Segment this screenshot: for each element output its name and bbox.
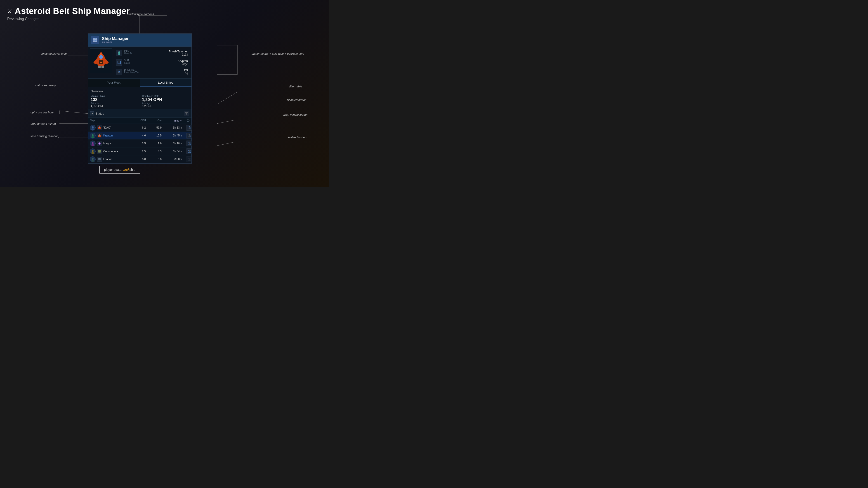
drill-values: D5 P4 (184, 69, 188, 75)
panel-title: Ship Manager (102, 36, 129, 41)
panel-id: FR-M07Z (102, 41, 129, 44)
ship-icon-dao (97, 125, 102, 130)
ship-name-loader: Loader (103, 158, 112, 161)
tab-your-fleet[interactable]: Your Fleet (88, 78, 140, 87)
status-table: Ship OPH Ore Time ▼ (88, 118, 191, 163)
col-header-time[interactable]: Time ▼ (163, 118, 184, 124)
callout-and: and (123, 168, 129, 171)
ship-icon-commodore (97, 149, 102, 154)
ore-loader: 0.0 (148, 157, 163, 162)
ledger-button-dao[interactable] (186, 125, 192, 131)
callout-text-before: player avatar (104, 168, 123, 171)
ship-name-magus: Magus (103, 142, 112, 145)
ship-image-area (90, 48, 112, 73)
avatar-commodore (90, 149, 96, 154)
callout-box: player avatar and ship (99, 166, 140, 173)
table-header: Ship OPH Ore Time ▼ (88, 118, 191, 124)
status-title: Status (96, 112, 182, 115)
class-label: Class: (124, 62, 176, 64)
tab-local-ships[interactable]: Local Ships (140, 78, 191, 87)
panel-header-icon (91, 36, 99, 44)
svg-rect-45 (92, 127, 94, 128)
oph-commodore: 2.5 (132, 149, 148, 154)
stat-mining-ships: Mining Ships 138 Extracted: 4,555 ORE (91, 95, 137, 108)
annotation-disabled-btn-2: disabled button (287, 135, 307, 139)
svg-point-31 (118, 53, 120, 55)
extracted-value: 4,555 ORE (91, 105, 137, 108)
bottom-callout: player avatar and ship (99, 166, 140, 173)
overview-stats: Mining Ships 138 Extracted: 4,555 ORE Co… (91, 95, 189, 108)
page-title: Asteroid Belt Ship Manager (15, 6, 130, 16)
ledger-button-magus[interactable] (186, 140, 192, 147)
drill-content: Drill Tier Propulsion Tier: (124, 69, 182, 74)
drill-tier-row: Drill Tier Propulsion Tier: D5 P4 (114, 67, 190, 76)
pilot-value: PhyzixTeacher (168, 50, 188, 53)
stat-combined-rate: Combined Rate 1,204 OPH Average: 3.2 OPH (142, 95, 189, 108)
combined-rate-label: Combined Rate (142, 95, 189, 97)
svg-point-44 (91, 128, 94, 130)
average-label: Average: (142, 102, 189, 105)
class-value: Barge (178, 63, 188, 66)
avatar-dao (90, 125, 96, 131)
ship-name-krypton: Krypton (103, 134, 113, 137)
time-commodore: 1h 54m (163, 149, 184, 154)
panel-header: Ship Manager FR-M07Z (88, 34, 191, 46)
ledger-button-loader (186, 156, 192, 162)
svg-point-58 (92, 142, 94, 144)
svg-point-59 (91, 144, 94, 146)
svg-rect-19 (95, 40, 97, 42)
ship-name-commodore: Commodore (103, 150, 118, 153)
propulsion-label: Propulsion Tier: (124, 71, 182, 74)
oph-loader: 0.0 (132, 157, 148, 162)
col-header-ship: Ship (88, 118, 132, 124)
filter-button[interactable] (184, 111, 189, 116)
table-row: Krypton 4.6 15.5 2h 45m (88, 132, 191, 140)
drill-icon (116, 69, 122, 75)
ledger-button-krypton[interactable] (186, 133, 192, 138)
svg-point-71 (91, 160, 94, 162)
page-subtitle: Reviewing Changes (7, 17, 130, 21)
ship-info-section: Pilot User ID: PhyzixTeacher 2173 Sh (88, 46, 191, 78)
svg-point-65 (91, 152, 94, 154)
annotation-disabled-btn-1: disabled button (287, 98, 307, 102)
svg-point-47 (99, 127, 100, 128)
collapse-button[interactable]: ▼ (90, 111, 94, 116)
pilot-row: Pilot User ID: PhyzixTeacher 2173 (114, 48, 190, 58)
annotation-filter-table: filter table (289, 85, 302, 88)
col-header-ore: Ore (148, 118, 163, 124)
col-header-action (184, 118, 191, 124)
annotation-open-ledger: open mining ledger (283, 113, 308, 116)
time-magus: 1h 18m (163, 141, 184, 146)
overview-section: Overview Mining Ships 138 Extracted: 4,5… (88, 87, 191, 109)
combined-rate-value: 1,204 OPH (142, 97, 189, 102)
drill-tier-label: Drill Tier (124, 69, 182, 71)
mining-ships-value: 138 (91, 97, 137, 102)
avatar-krypton (90, 133, 96, 138)
svg-point-36 (119, 71, 120, 72)
avatar-loader (90, 156, 96, 162)
ship-cell-loader: Loader (88, 156, 132, 163)
ship-value: Krypton (178, 59, 188, 63)
ore-krypton: 15.5 (148, 133, 163, 138)
ship-label: Ship (124, 59, 176, 62)
ledger-button-commodore[interactable] (186, 149, 192, 154)
svg-rect-72 (98, 158, 101, 160)
overview-title: Overview (91, 90, 189, 93)
drill-tier-value: D5 (184, 69, 188, 72)
annotation-time: time / drilling duration) (31, 134, 59, 138)
table-row: Commodore 2.5 4.3 1h 54m (88, 148, 191, 156)
ship-icon-magus (97, 141, 102, 146)
average-value: 3.2 OPH (142, 105, 189, 108)
ledger-dao (184, 124, 191, 131)
mining-ships-label: Mining Ships (91, 95, 137, 97)
oph-dao: 6.2 (132, 125, 148, 130)
svg-point-70 (92, 158, 94, 160)
oph-magus: 3.5 (132, 141, 148, 146)
annotation-selected-ship: selected player ship (41, 52, 67, 55)
oph-krypton: 4.6 (132, 133, 148, 138)
ship-class-row: Ship Class: Krypton Barge (114, 58, 190, 67)
ore-dao: 56.9 (148, 125, 163, 130)
svg-rect-73 (99, 158, 100, 159)
ledger-krypton (184, 132, 191, 139)
callout-text-after: ship (129, 168, 135, 171)
